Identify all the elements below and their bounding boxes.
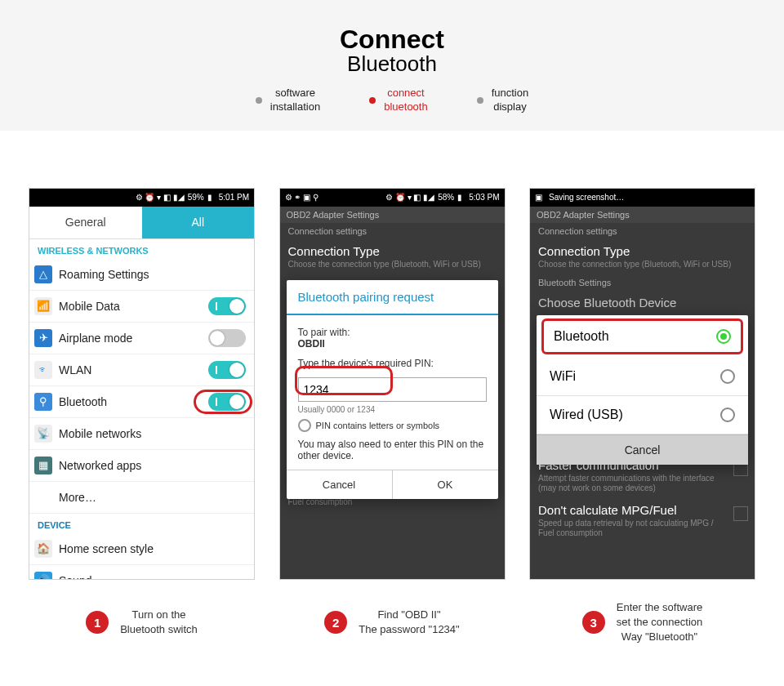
status-icons-left: ⚙ ⚭ ▣ ⚲ <box>285 193 318 202</box>
section-bluetooth-settings: Bluetooth Settings <box>530 274 755 291</box>
bluetooth-icon: ⚲ <box>34 393 52 411</box>
highlight-bluetooth-toggle <box>194 390 252 414</box>
checkbox-icon[interactable] <box>298 419 311 432</box>
section-wireless-networks: WIRELESS & NETWORKS <box>29 239 254 259</box>
bluetooth-pairing-dialog: Bluetooth pairing request To pair with: … <box>287 280 498 499</box>
phone-screenshot-1: ⚙ ⏰ ▾ ◧ ▮◢ 59% ▮ 5:01 PM General All WIR… <box>29 188 255 580</box>
status-text: Saving screenshot… <box>549 193 624 202</box>
home-style-icon: 🏠 <box>34 540 52 558</box>
radio-icon <box>720 369 735 384</box>
radio-on-icon <box>716 329 731 344</box>
screenshot-icon: ▣ <box>535 193 542 202</box>
row-wlan[interactable]: ᯤ WLAN <box>29 354 254 386</box>
cancel-button[interactable]: Cancel <box>537 434 748 465</box>
caption-step-2: 2 Find "OBD II"The password "1234" <box>279 600 506 645</box>
header-title-bold: Connect <box>16 24 768 55</box>
cancel-button[interactable]: Cancel <box>287 470 393 499</box>
connection-type-dialog: Bluetooth WiFi Wired (USB) Cancel <box>537 315 748 465</box>
status-bar: ▣ Saving screenshot… <box>530 189 755 207</box>
screen-title: OBD2 Adapter Settings <box>530 207 755 223</box>
highlight-pin <box>295 366 393 395</box>
mobile-networks-icon: 📡 <box>34 425 52 443</box>
battery-icon: ▮ <box>457 193 462 202</box>
row-connection-type[interactable]: Connection Type Choose the connection ty… <box>530 239 755 274</box>
choice-wired-usb[interactable]: Wired (USB) <box>537 396 748 434</box>
row-mobile-networks[interactable]: 📡 Mobile networks <box>29 418 254 450</box>
row-more[interactable]: More… <box>29 482 254 514</box>
dot-icon <box>369 97 376 104</box>
dialog-title: Bluetooth pairing request <box>287 280 498 315</box>
step-number-badge: 1 <box>86 611 109 634</box>
networked-apps-icon: ▦ <box>34 457 52 474</box>
status-time: 5:03 PM <box>469 193 499 202</box>
wlan-toggle[interactable] <box>208 361 246 379</box>
step-number-badge: 3 <box>582 611 605 634</box>
tab-software-installation[interactable]: softwareinstallation <box>256 87 320 114</box>
pair-device-name: OBDII <box>298 338 487 350</box>
status-bar: ⚙ ⏰ ▾ ◧ ▮◢ 59% ▮ 5:01 PM <box>29 189 254 207</box>
airplane-icon: ✈ <box>34 329 52 347</box>
battery-icon: ▮ <box>207 193 212 202</box>
pin-letters-checkbox-row[interactable]: PIN contains letters or symbols <box>298 419 487 432</box>
phone-row: ⚙ ⏰ ▾ ◧ ▮◢ 59% ▮ 5:01 PM General All WIR… <box>0 131 784 592</box>
step-captions: 1 Turn on theBluetooth switch 2 Find "OB… <box>0 592 784 670</box>
tab-general[interactable]: General <box>29 207 142 239</box>
choice-wifi[interactable]: WiFi <box>537 358 748 396</box>
dialog-body: To pair with: OBDII Type the device's re… <box>287 315 498 470</box>
pair-with-label: To pair with: <box>298 327 487 338</box>
tab-connect-bluetooth[interactable]: connectbluetooth <box>369 87 428 114</box>
roaming-icon: △ <box>34 265 52 283</box>
page-header: Connect Bluetooth softwareinstallation c… <box>0 0 784 131</box>
radio-icon <box>720 408 735 422</box>
row-home-screen-style[interactable]: 🏠 Home screen style <box>29 533 254 565</box>
section-device: DEVICE <box>29 514 254 533</box>
ok-button[interactable]: OK <box>393 470 498 499</box>
usually-hint: Usually 0000 or 1234 <box>298 405 487 414</box>
row-roaming-settings[interactable]: △ Roaming Settings <box>29 259 254 291</box>
pin-note: You may also need to enter this PIN on t… <box>298 439 487 461</box>
phone-screenshot-2: ⚙ ⚭ ▣ ⚲ ⚙ ⏰ ▾ ◧ ▮◢ 58% ▮ 5:03 PM OBD2 Ad… <box>279 188 506 580</box>
checkbox-icon[interactable] <box>733 506 748 521</box>
header-tabs: softwareinstallation connectbluetooth fu… <box>16 87 768 114</box>
spacer-icon <box>34 488 52 506</box>
status-time: 5:01 PM <box>219 193 249 202</box>
caption-step-3: 3 Enter the softwareset the connectionWa… <box>529 600 755 645</box>
status-icons: ⚙ ⏰ ▾ ◧ ▮◢ <box>136 193 185 202</box>
caption-step-1: 1 Turn on theBluetooth switch <box>29 600 255 645</box>
section-connection-settings: Connection settings <box>280 223 505 239</box>
settings-tabs: General All <box>29 207 254 239</box>
dot-icon <box>256 97 262 104</box>
header-title-sub: Bluetooth <box>16 51 768 77</box>
row-airplane-mode[interactable]: ✈ Airplane mode <box>29 323 254 354</box>
battery-text: 58% <box>438 193 454 202</box>
row-sound[interactable]: 🔊 Sound <box>29 565 254 580</box>
row-mobile-data[interactable]: 📶 Mobile Data <box>29 291 254 323</box>
section-connection-settings: Connection settings <box>530 223 755 239</box>
dialog-buttons: Cancel OK <box>287 470 498 499</box>
row-connection-type[interactable]: Connection Type Choose the connection ty… <box>280 239 505 274</box>
mobile-data-toggle[interactable] <box>208 297 246 315</box>
status-icons: ⚙ ⏰ ▾ ◧ ▮◢ <box>385 193 434 202</box>
tab-function-display[interactable]: functiondisplay <box>477 87 529 114</box>
row-networked-apps[interactable]: ▦ Networked apps <box>29 450 254 482</box>
tab-all[interactable]: All <box>142 207 255 239</box>
mobile-data-icon: 📶 <box>34 297 52 315</box>
battery-text: 59% <box>188 193 204 202</box>
step-number-badge: 2 <box>324 611 347 634</box>
row-choose-bt-device[interactable]: Choose Bluetooth Device <box>530 291 755 314</box>
row-mpg-fuel[interactable]: Don't calculate MPG/Fuel Speed up data r… <box>530 498 755 543</box>
status-bar: ⚙ ⚭ ▣ ⚲ ⚙ ⏰ ▾ ◧ ▮◢ 58% ▮ 5:03 PM <box>280 189 505 207</box>
wifi-icon: ᯤ <box>34 361 52 379</box>
sound-icon: 🔊 <box>34 572 52 580</box>
phone-screenshot-3: ▣ Saving screenshot… OBD2 Adapter Settin… <box>529 188 755 580</box>
choice-bluetooth[interactable]: Bluetooth <box>541 318 743 354</box>
airplane-toggle[interactable] <box>208 329 246 347</box>
dot-icon <box>477 97 483 104</box>
row-bluetooth[interactable]: ⚲ Bluetooth <box>29 386 254 418</box>
screen-title: OBD2 Adapter Settings <box>280 207 505 223</box>
